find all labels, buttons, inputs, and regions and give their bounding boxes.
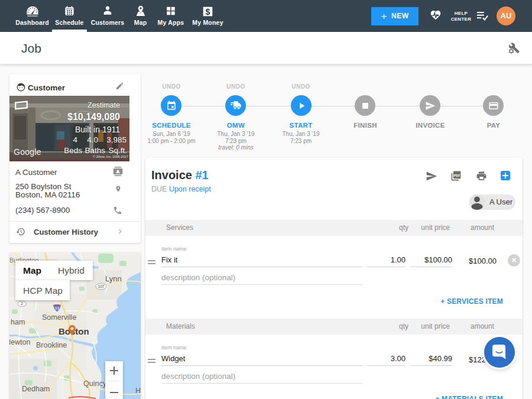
svg-text:$: $ (206, 7, 210, 17)
svg-text:PDF: PDF (454, 174, 461, 177)
svg-text:93: 93 (55, 306, 60, 310)
svg-text:2: 2 (21, 301, 23, 306)
svg-text:107: 107 (98, 284, 104, 288)
